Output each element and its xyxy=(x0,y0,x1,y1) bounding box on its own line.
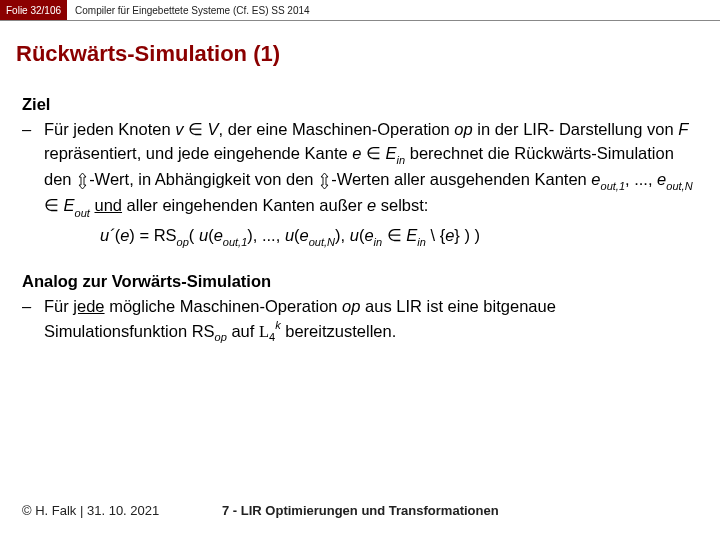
slide-header: Folie 32/106 Compiler für Eingebettete S… xyxy=(0,0,720,21)
bullet-item: – Für jede mögliche Maschinen-Operation … xyxy=(22,295,698,346)
page-title: Rückwärts-Simulation (1) xyxy=(16,41,720,67)
footer-copyright: © H. Falk | 31. 10. 2021 xyxy=(22,503,222,518)
bullet-text: Für jede mögliche Maschinen-Operation op… xyxy=(44,295,698,346)
bullet-text: Für jeden Knoten v ∈ V, der eine Maschin… xyxy=(44,118,698,250)
up-down-arrow-icon xyxy=(77,172,88,190)
footer-chapter: 7 - LIR Optimierungen und Transformation… xyxy=(222,503,698,518)
section-goal-label: Ziel xyxy=(22,93,698,117)
bullet-item: – Für jeden Knoten v ∈ V, der eine Masch… xyxy=(22,118,698,250)
slide-footer: © H. Falk | 31. 10. 2021 7 - LIR Optimie… xyxy=(22,503,698,518)
section-analog-label: Analog zur Vorwärts-Simulation xyxy=(22,270,698,294)
formula: u´(e) = RSop( u(eout,1), ..., u(eout,N),… xyxy=(100,224,698,250)
slide-number-badge: Folie 32/106 xyxy=(0,0,67,20)
bullet-dash: – xyxy=(22,295,44,346)
course-title: Compiler für Eingebettete Systeme (Cf. E… xyxy=(67,0,318,20)
bullet-dash: – xyxy=(22,118,44,250)
up-down-arrow-icon xyxy=(319,172,330,190)
content-body: Ziel – Für jeden Knoten v ∈ V, der eine … xyxy=(0,93,720,345)
